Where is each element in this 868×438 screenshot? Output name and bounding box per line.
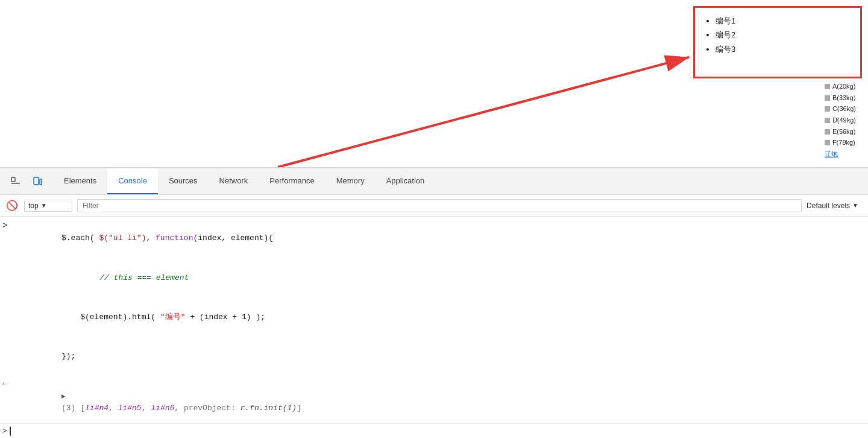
legend-item-b: B(33kg) (825, 92, 856, 104)
console-line-4: }); (0, 337, 868, 376)
popup-box: 编号1 编号2 编号3 (693, 6, 862, 78)
console-filter-bar: 🚫 top ▼ Default levels ▼ (0, 195, 868, 217)
legend-link[interactable]: 辽炮 (825, 150, 838, 157)
tab-elements[interactable]: Elements (53, 168, 107, 194)
input-indicator: > (2, 220, 14, 230)
chart-legend: A(20kg) B(33kg) C(36kg) D(49kg) E(56kg) … (820, 78, 861, 162)
tab-sources[interactable]: Sources (158, 168, 209, 194)
levels-chevron-icon: ▼ (852, 202, 858, 209)
expand-triangle[interactable]: ▶ (61, 393, 66, 400)
blank-indicator (2, 259, 14, 260)
devtools-tabs: Elements Console Sources Network Perform… (53, 168, 863, 194)
legend-item-c: C(36kg) (825, 103, 856, 115)
svg-line-1 (278, 57, 690, 167)
input-cursor (10, 427, 11, 436)
legend-dot (825, 84, 830, 89)
input-prompt: > (2, 427, 7, 436)
dropdown-arrow-icon: ▼ (41, 202, 47, 209)
svg-point-5 (36, 183, 37, 185)
device-toolbar-icon-button[interactable] (27, 171, 48, 192)
console-line-2: // this === element (0, 258, 868, 297)
default-levels-button[interactable]: Default levels ▼ (807, 202, 863, 210)
console-area: 🚫 top ▼ Default levels ▼ > $.each( $("ul… (0, 195, 868, 438)
legend-label-c: C(36kg) (832, 103, 856, 115)
code-line-5: ▶ (3) [li#n4, li#n5, li#n6, prevObject: … (14, 378, 863, 424)
console-line-3: $(element).html( "编号" + (index + 1) ); (0, 298, 868, 337)
console-filter-input[interactable] (77, 199, 802, 212)
code-line-1: $.each( $("ul li"), function(index, elem… (14, 220, 863, 256)
legend-label-d: D(49kg) (832, 115, 856, 126)
webpage-area: 编号1 编号2 编号3 A(20kg) B(33kg) C(36kg) D(49… (0, 0, 868, 168)
code-line-2: // this === element (14, 259, 863, 296)
popup-list: 编号1 编号2 编号3 (705, 14, 851, 56)
legend-dot (825, 95, 830, 101)
legend-label-b: B(33kg) (832, 92, 856, 104)
popup-item-2: 编号2 (715, 28, 851, 42)
devtools-toolbar: Elements Console Sources Network Perform… (0, 168, 868, 195)
blank-indicator (2, 299, 14, 300)
context-value: top (28, 202, 39, 210)
code-line-3: $(element).html( "编号" + (index + 1) ); (14, 299, 863, 335)
console-line-5: ← ▶ (3) [li#n4, li#n5, li#n6, prevObject… (0, 377, 868, 424)
clear-console-button[interactable]: 🚫 (5, 200, 19, 211)
legend-label-f: F(78kg) (832, 137, 855, 148)
console-input-line[interactable]: > (0, 424, 868, 438)
popup-item-1: 编号1 (715, 14, 851, 28)
default-levels-label: Default levels (807, 202, 850, 210)
legend-dot (825, 140, 830, 145)
context-selector[interactable]: top ▼ (24, 200, 72, 212)
console-line-1: > $.each( $("ul li"), function(index, el… (0, 219, 868, 258)
svg-rect-4 (40, 179, 42, 185)
popup-item-3: 编号3 (715, 42, 851, 56)
tab-network[interactable]: Network (209, 168, 259, 194)
tab-memory[interactable]: Memory (326, 168, 376, 194)
devtools-panel: Elements Console Sources Network Perform… (0, 168, 868, 438)
console-output: > $.each( $("ul li"), function(index, el… (0, 217, 868, 424)
legend-dot (825, 106, 830, 112)
tab-console[interactable]: Console (107, 168, 158, 194)
legend-dot (825, 129, 830, 135)
inspector-icon-button[interactable] (5, 171, 27, 192)
legend-label-a: A(20kg) (832, 81, 856, 92)
output-indicator: ← (2, 378, 14, 389)
legend-item-a: A(20kg) (825, 81, 856, 92)
blank-indicator (2, 338, 14, 339)
legend-item-e: E(56kg) (825, 126, 856, 138)
legend-dot (825, 118, 830, 123)
tab-performance[interactable]: Performance (259, 168, 325, 194)
code-line-4: }); (14, 338, 863, 375)
legend-item-d: D(49kg) (825, 115, 856, 126)
legend-item-f: F(78kg) (825, 137, 856, 148)
svg-rect-2 (11, 177, 15, 182)
svg-rect-3 (34, 177, 39, 185)
tab-application[interactable]: Application (376, 168, 436, 194)
legend-label-e: E(56kg) (832, 126, 856, 138)
